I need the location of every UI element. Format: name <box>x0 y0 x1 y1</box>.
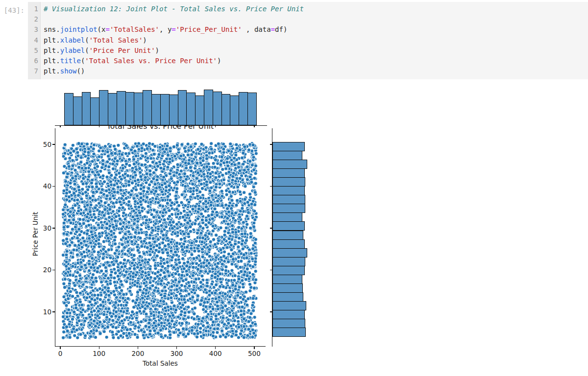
histogram-bar <box>272 248 307 258</box>
x-tick-label: 400 <box>201 350 230 357</box>
code-line: sns.jointplot(x='TotalSales', y='Price_P… <box>44 24 588 35</box>
histogram-bar <box>82 92 91 125</box>
histogram-bar <box>221 94 231 125</box>
tick-mark <box>254 125 254 127</box>
tick-mark <box>215 347 216 349</box>
histogram-bar <box>272 275 302 284</box>
tick-mark <box>215 125 216 127</box>
histogram-bar <box>204 90 213 125</box>
histogram-bar <box>195 95 204 125</box>
line-number: 7 <box>28 66 38 76</box>
histogram-bar <box>239 92 248 125</box>
code-line: plt.xlabel('Total Sales') <box>44 35 588 46</box>
scatter-points-canvas <box>61 141 258 340</box>
histogram-bar <box>272 151 302 160</box>
line-number: 4 <box>28 35 38 46</box>
histogram-bar <box>272 186 305 195</box>
code-line <box>44 14 588 24</box>
histogram-bar <box>272 221 304 231</box>
histogram-bar <box>143 90 152 125</box>
histogram-bar <box>125 92 135 125</box>
tick-mark <box>99 125 99 127</box>
histogram-bar <box>272 292 303 302</box>
tick-mark <box>52 270 55 270</box>
code-line: plt.title('Total Sales vs. Price Per Uni… <box>44 56 588 66</box>
histogram-bar <box>272 160 307 169</box>
tick-mark <box>270 228 272 228</box>
y-tick-label: 40 <box>27 182 51 190</box>
histogram-bar <box>272 257 305 266</box>
tick-mark <box>270 144 272 144</box>
code-line: plt.show() <box>44 66 588 76</box>
histogram-bar <box>247 93 257 125</box>
histogram-bar <box>272 177 305 187</box>
histogram-bar <box>186 93 196 125</box>
tick-mark <box>270 311 272 312</box>
tick-mark <box>270 270 272 270</box>
execution-count: [43]: <box>0 6 24 14</box>
histogram-bar <box>230 95 239 125</box>
histogram-bar <box>272 283 303 293</box>
histogram-bar <box>90 97 99 125</box>
histogram-bar <box>272 301 306 310</box>
x-tick-label: 200 <box>123 350 152 357</box>
histogram-bar <box>169 94 178 125</box>
histogram-bar <box>99 90 108 125</box>
histogram-bar <box>272 328 306 337</box>
right-marginal-spine <box>272 128 272 347</box>
histogram-bar <box>272 310 304 319</box>
histogram-bar <box>272 266 305 275</box>
tick-mark <box>176 125 177 127</box>
y-axis-spine <box>55 128 55 347</box>
y-tick-label: 50 <box>27 141 51 148</box>
histogram-bar <box>272 195 305 204</box>
code-cell[interactable]: [43]: 1234567 # Visualization 12: Joint … <box>0 2 588 79</box>
y-tick-label: 10 <box>27 308 51 316</box>
histogram-bar <box>108 93 117 125</box>
tick-mark <box>254 347 254 349</box>
tick-mark <box>99 347 99 349</box>
code-line: plt.ylabel('Price Per Unit') <box>44 46 588 56</box>
histogram-bar <box>64 93 74 125</box>
tick-mark <box>60 125 60 127</box>
histogram-bar <box>213 92 222 125</box>
tick-mark <box>176 347 177 349</box>
tick-mark <box>52 311 55 312</box>
x-tick-label: 300 <box>162 350 192 357</box>
tick-mark <box>60 347 60 349</box>
histogram-bar <box>134 93 143 125</box>
line-number: 6 <box>28 56 38 66</box>
tick-mark <box>52 144 55 144</box>
histogram-bar <box>117 91 126 125</box>
code-lines: # Visualization 12: Joint Plot - Total S… <box>41 2 588 79</box>
top-marginal-histogram <box>55 83 267 126</box>
x-axis-spine <box>55 346 266 347</box>
tick-mark <box>138 347 138 349</box>
line-number: 2 <box>28 14 38 24</box>
histogram-bar <box>160 94 170 125</box>
plot-title: Total Sales vs. Price Per Unit <box>62 122 258 130</box>
x-tick-label: 0 <box>46 350 75 357</box>
line-number: 5 <box>28 46 38 56</box>
tick-mark <box>52 228 55 228</box>
x-tick-label: 100 <box>84 350 114 357</box>
y-tick-label: 30 <box>27 224 51 232</box>
line-number: 3 <box>28 24 38 35</box>
code-line: # Visualization 12: Joint Plot - Total S… <box>44 4 588 14</box>
tick-mark <box>138 125 138 127</box>
histogram-bar <box>272 204 305 213</box>
line-number-gutter: 1234567 <box>28 2 41 79</box>
histogram-bar <box>73 96 82 125</box>
histogram-bar <box>272 142 305 151</box>
histogram-bar <box>272 319 305 328</box>
histogram-bar <box>151 94 161 125</box>
line-number: 1 <box>28 4 38 14</box>
code-editor[interactable]: 1234567 # Visualization 12: Joint Plot -… <box>28 2 588 79</box>
tick-mark <box>270 186 272 187</box>
histogram-bar <box>178 90 187 125</box>
y-tick-label: 20 <box>27 266 51 274</box>
histogram-bar <box>272 168 305 178</box>
x-axis-label: Total Sales <box>62 359 258 367</box>
y-axis-label: Price Per Unit <box>31 185 39 283</box>
histogram-bar <box>272 231 303 240</box>
